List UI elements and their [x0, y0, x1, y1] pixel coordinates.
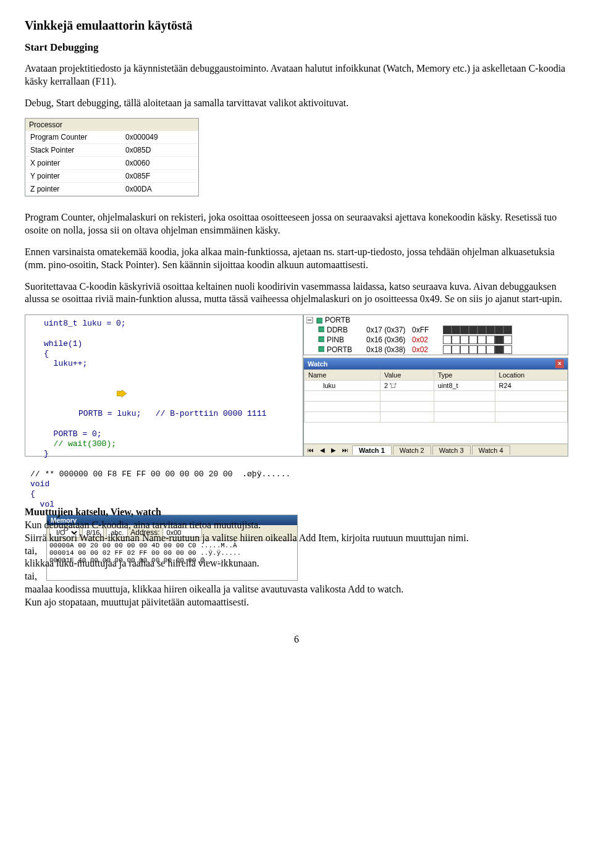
io-reg-bits [443, 326, 512, 334]
bit-box[interactable] [495, 345, 503, 354]
io-reg-addr: 0x17 (0x37) [366, 326, 410, 334]
paragraph: Kun ajo stopataan, muuttujat päivitetään… [25, 597, 249, 607]
watch-row-empty[interactable] [304, 402, 567, 412]
bit-box[interactable] [495, 335, 503, 344]
tab-nav-first-icon[interactable]: ⏮ [305, 447, 316, 453]
paragraph: tai, [25, 571, 37, 581]
watch-tab-3[interactable]: Watch 3 [432, 445, 471, 455]
current-line-arrow-icon [69, 379, 82, 410]
bit-box[interactable] [452, 345, 460, 354]
reg-name: Stack Pointer [25, 144, 120, 157]
bit-box[interactable] [477, 326, 486, 334]
watch-name[interactable]: luku [304, 381, 380, 391]
code-editor[interactable]: uint8_t luku = 0; while(1) { luku++; POR… [25, 315, 303, 513]
watch-col-value[interactable]: Value [380, 370, 434, 381]
io-reg-addr: 0x18 (0x38) [366, 345, 410, 354]
bit-box[interactable] [477, 335, 486, 344]
bit-box[interactable] [452, 335, 460, 344]
code-line: luku++; [44, 359, 87, 368]
reg-value: 0x0060 [120, 157, 198, 170]
tab-nav-next-icon[interactable]: ▶ [329, 447, 339, 453]
watch-value: 2 '□' [380, 381, 434, 391]
bit-box[interactable] [443, 326, 452, 334]
code-line: { [30, 489, 35, 499]
io-reg-name: DDRB [327, 326, 364, 334]
watch-col-type[interactable]: Type [434, 370, 495, 381]
svg-rect-4 [319, 327, 324, 332]
paragraph: Suoritettavaa C-koodin käskyriviä osoitt… [25, 280, 568, 306]
ide-screenshot: uint8_t luku = 0; while(1) { luku++; POR… [25, 314, 568, 457]
chip-icon [316, 317, 322, 324]
reg-value: 0x085F [120, 170, 198, 183]
bit-box[interactable] [460, 335, 469, 344]
bit-box[interactable] [469, 326, 477, 334]
svg-rect-5 [319, 337, 324, 342]
paragraph: Kun debugataan C-koodia, aina tarvitaan … [25, 520, 261, 530]
svg-marker-0 [117, 390, 127, 397]
bit-box[interactable] [486, 345, 495, 354]
io-group-label: PORTB [325, 316, 350, 324]
paragraph: maalaa koodissa muuttuja, klikkaa hiiren… [25, 584, 403, 594]
code-line: PORTB = luku; // B-porttiin 0000 1111 [69, 409, 266, 418]
code-line: void [30, 479, 49, 489]
watch-tab-4[interactable]: Watch 4 [472, 445, 510, 455]
register-icon [318, 326, 324, 334]
paragraph: Ennen varsinaista omatekemää koodia, jok… [25, 246, 568, 272]
code-line: } [44, 449, 49, 458]
paragraph: klikkaa luku-muuttujaa ja raahaa se hiir… [25, 558, 259, 568]
watch-tab-2[interactable]: Watch 2 [393, 445, 431, 455]
watch-panel: Watch × Name Value Type Location luku 2 … [303, 358, 568, 457]
code-line: while(1) [44, 339, 82, 348]
code-line: PORTB = 0; [44, 429, 102, 439]
watch-table: Name Value Type Location luku 2 '□' uint… [304, 369, 568, 444]
close-icon[interactable]: × [555, 360, 564, 368]
bit-box[interactable] [477, 345, 486, 354]
io-register-row[interactable]: PINB0x16 (0x36)0x02 [304, 335, 568, 345]
bit-box[interactable] [460, 326, 469, 334]
bit-box[interactable] [503, 345, 512, 354]
reg-name: Y pointer [25, 170, 120, 183]
tab-nav-prev-icon[interactable]: ◀ [318, 447, 327, 453]
reg-name: Program Counter [25, 131, 120, 144]
io-reg-value: 0x02 [412, 345, 437, 354]
bit-box[interactable] [443, 335, 452, 344]
watch-col-location[interactable]: Location [495, 370, 567, 381]
memory-dump-line: 000014 00 00 02 FF 02 FF 00 00 00 00 ..ÿ… [49, 549, 295, 557]
bit-box[interactable] [495, 326, 503, 334]
processor-panel: Processor Program Counter0x000049 Stack … [25, 118, 199, 196]
reg-name: Z pointer [25, 183, 120, 196]
watch-tabs: ⏮ ◀ ▶ ⏭ Watch 1 Watch 2 Watch 3 Watch 4 [304, 444, 568, 456]
bit-box[interactable] [452, 326, 460, 334]
bit-box[interactable] [503, 335, 512, 344]
watch-col-name[interactable]: Name [304, 370, 380, 381]
watch-location: R24 [495, 381, 567, 391]
io-reg-value: 0xFF [412, 326, 437, 334]
paragraph: tai, [25, 546, 37, 556]
watch-tab-1[interactable]: Watch 1 [352, 445, 392, 455]
io-tree-group[interactable]: PORTB [304, 315, 568, 325]
tree-minus-icon [306, 317, 313, 324]
io-reg-value: 0x02 [412, 335, 437, 344]
register-icon [318, 345, 324, 354]
bit-box[interactable] [503, 326, 512, 334]
table-row: Y pointer0x085F [25, 170, 198, 183]
bit-box[interactable] [460, 345, 469, 354]
io-reg-name: PINB [327, 335, 364, 344]
code-line: uint8_t luku = 0; [44, 319, 126, 328]
table-row: Program Counter0x000049 [25, 131, 198, 144]
watch-row-empty[interactable] [304, 412, 567, 423]
bit-box[interactable] [469, 335, 477, 344]
paragraph: Debug, Start debugging, tällä aloitetaan… [25, 97, 568, 110]
bit-box[interactable] [443, 345, 452, 354]
io-register-row[interactable]: DDRB0x17 (0x37)0xFF [304, 325, 568, 335]
io-register-row[interactable]: PORTB0x18 (0x38)0x02 [304, 345, 568, 355]
tab-nav-last-icon[interactable]: ⏭ [340, 447, 351, 453]
register-icon [318, 335, 324, 344]
io-reg-bits [443, 345, 512, 354]
bit-box[interactable] [486, 326, 495, 334]
watch-row-empty[interactable] [304, 391, 567, 402]
reg-value: 0x000049 [120, 131, 198, 144]
watch-row[interactable]: luku 2 '□' uint8_t R24 [304, 381, 567, 391]
bit-box[interactable] [469, 345, 477, 354]
bit-box[interactable] [486, 335, 495, 344]
